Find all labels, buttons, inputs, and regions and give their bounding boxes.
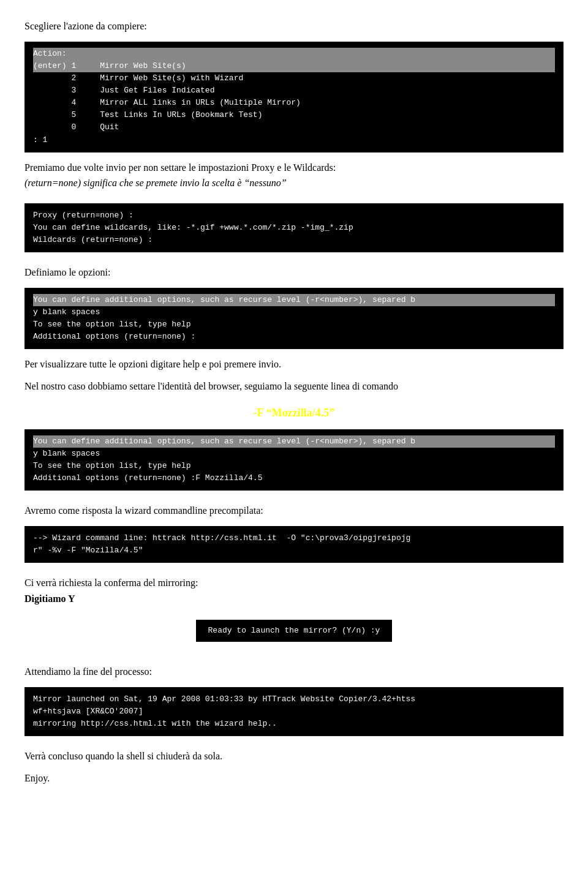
heading-definiamo: Definiamo le opzioni: [24,265,564,280]
terminal-process: Mirror launched on Sat, 19 Apr 2008 01:0… [24,687,564,736]
text-conferma: Ci verrà richiesta la conferma del mirro… [24,575,564,606]
terminal-action: Action: (enter) 1 Mirror Web Site(s) 2 M… [24,42,564,152]
section-wizard: Avremo come risposta la wizard commandli… [24,503,564,563]
text-enjoy: Enjoy. [24,770,564,786]
terminal-proxy: Proxy (return=none) : You can define wil… [24,203,564,252]
section-processo: Attendiamo la fine del processo: Mirror … [24,664,564,736]
terminal-confirm-wrapper: Ready to launch the mirror? (Y/n) :y [24,612,564,652]
text-conclusione: Verrà concluso quando la shell si chiude… [24,748,564,764]
cmd-mozzilla: -F “Mozzilla/4.5” [254,407,334,419]
terminal-options2: You can define additional options, such … [24,429,564,491]
terminal-wizard: --> Wizard command line: httrack http://… [24,526,564,563]
text-proxy-intro: Premiamo due volte invio per non settare… [24,160,564,191]
section-proxy: Proxy (return=none) : You can define wil… [24,203,564,252]
section-conferma: Ci verrà richiesta la conferma del mirro… [24,575,564,652]
section-browser-cmd: -F “Mozzilla/4.5” [24,407,564,419]
terminal-options1: You can define additional options, such … [24,288,564,350]
text-attendiamo: Attendiamo la fine del processo: [24,664,564,680]
section-definiamo: Definiamo le opzioni: You can define add… [24,265,564,394]
text-wizard-intro: Avremo come risposta la wizard commandli… [24,503,564,519]
section-scegliere: Scegliere l'azione da compiere: Action: … [24,18,564,191]
heading-scegliere: Scegliere l'azione da compiere: [24,18,564,34]
section-conclusione: Verrà concluso quando la shell si chiude… [24,748,564,786]
terminal-confirm: Ready to launch the mirror? (Y/n) :y [196,620,393,642]
text-browser-identity: Nel nostro caso dobbiamo settare l'ident… [24,378,564,394]
section-options2: You can define additional options, such … [24,429,564,491]
text-digitiamo: Digitiamo Y [24,593,75,604]
text-help-hint: Per visualizzare tutte le opzioni digita… [24,356,564,372]
